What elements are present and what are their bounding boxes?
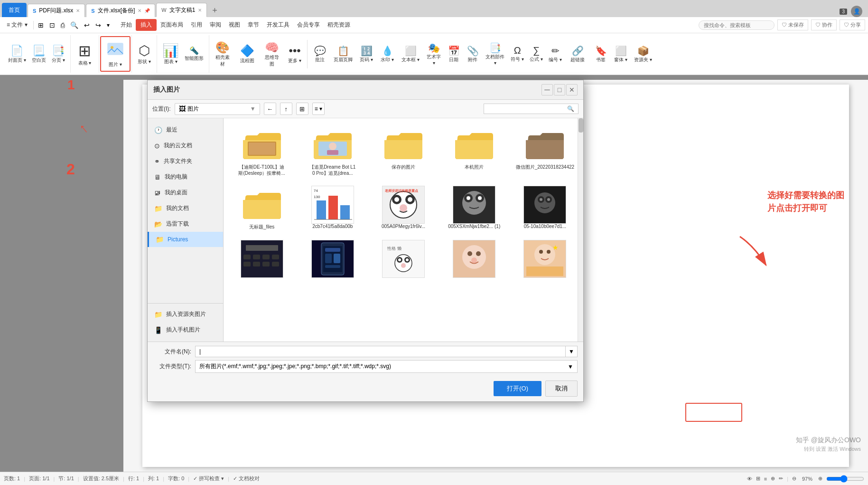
sidebar-item-thunder[interactable]: 📂 迅雷下载: [148, 216, 223, 232]
sidebar-item-pc[interactable]: 🖥 我的电脑: [148, 169, 223, 185]
tab-review[interactable]: 审阅: [206, 19, 225, 31]
ribbon-btn-pagebreak[interactable]: 📑 分页 ▾: [49, 43, 67, 66]
tab-start[interactable]: 开始: [117, 19, 136, 31]
ribbon-btn-window[interactable]: ⬜ 窗体 ▾: [612, 43, 629, 65]
ribbon-btn-mindmap[interactable]: 🧠 思维导图: [261, 39, 283, 69]
tab-layout[interactable]: 页面布局: [157, 19, 187, 31]
sidebar-item-mydoc[interactable]: 📁 我的文档: [148, 200, 223, 216]
tab-doc[interactable]: W 文字文稿1 ✕: [156, 3, 207, 17]
ribbon-btn-more2[interactable]: ••• 更多 ▾: [285, 42, 304, 66]
tab-pdf-close[interactable]: ✕: [76, 8, 80, 13]
ribbon-btn-docpart[interactable]: 📑 文档部件 ▾: [483, 40, 507, 67]
tab-home[interactable]: 首页: [2, 3, 27, 17]
ribbon-btn-bookmark[interactable]: 🔖 书签: [591, 43, 610, 65]
tb-undo[interactable]: ↩: [82, 20, 92, 30]
sidebar-item-recent[interactable]: 🕐 最近: [148, 122, 223, 138]
tb-new[interactable]: ⊞: [36, 20, 46, 30]
file-item-chart[interactable]: 74 130 2cb7c41f5a8da00b: [299, 183, 366, 233]
open-button[interactable]: 打开(O): [494, 381, 541, 396]
search-box[interactable]: 🔍: [484, 104, 579, 114]
file-item-folder6[interactable]: 无标题_files: [228, 183, 295, 233]
dialog-close-btn[interactable]: ✕: [566, 84, 578, 95]
ribbon-btn-table[interactable]: ⊞ 表格 ▾: [75, 40, 95, 68]
file-item-baby1[interactable]: [441, 237, 508, 281]
search-input[interactable]: [699, 20, 775, 30]
ribbon-btn-formula[interactable]: ∑ 公式 ▾: [528, 43, 545, 65]
status-edit-icon[interactable]: ✏: [779, 475, 783, 482]
filename-input[interactable]: [195, 346, 566, 357]
file-item-phone[interactable]: [299, 237, 366, 281]
new-folder-btn[interactable]: ⊞: [296, 103, 308, 115]
status-layout-icon[interactable]: ⊞: [756, 475, 760, 482]
tab-ref[interactable]: 引用: [187, 19, 206, 31]
collab-btn[interactable]: ♡ 协作: [811, 19, 837, 30]
file-item-meme2[interactable]: 005XSXmNjw1fbe2... (1): [441, 183, 508, 233]
ribbon-btn-cover[interactable]: 📄 封面页 ▾: [6, 43, 28, 66]
sidebar-item-resource-folder[interactable]: 📁 插入资源夹图片: [148, 306, 223, 322]
tab-pdf[interactable]: S PDF问题.xlsx ✕: [28, 4, 85, 17]
tb-find[interactable]: 🔍: [68, 20, 81, 30]
ribbon-btn-resources[interactable]: 📦 资源夹 ▾: [631, 43, 655, 65]
tab-view[interactable]: 视图: [225, 19, 244, 31]
file-item-folder1[interactable]: 【迪斯DE-T100L】迪斯(Desleep）按摩椅...: [228, 123, 295, 179]
ribbon-btn-smartart[interactable]: 🔦 智能图形: [182, 44, 206, 64]
file-item-folder2[interactable]: 【追觅Dreame Bot L10 Pro】追觅(drea...: [299, 123, 366, 179]
sidebar-item-pictures[interactable]: 📁 Pictures: [148, 232, 223, 247]
sidebar-item-desktop[interactable]: 🖳 我的桌面: [148, 185, 223, 200]
dialog-maximize-btn[interactable]: □: [554, 84, 565, 95]
tab-file-close[interactable]: ✕: [138, 8, 141, 13]
status-zoom-in[interactable]: ⊕: [818, 475, 822, 482]
ribbon-btn-attach[interactable]: 📎 附件: [464, 43, 481, 65]
sidebar-item-shared[interactable]: ⚭ 共享文件夹: [148, 153, 223, 169]
status-list-icon[interactable]: ≡: [764, 476, 767, 482]
ribbon-btn-footer[interactable]: 📋 页眉页脚: [331, 43, 355, 65]
tb-open[interactable]: ⊡: [47, 20, 57, 30]
file-item-text-panda[interactable]: 性格 懒: [370, 237, 437, 281]
tab-member[interactable]: 会员专享: [293, 19, 324, 31]
tab-dev[interactable]: 开发工具: [263, 19, 293, 31]
unsave-btn[interactable]: ♡ 未保存: [777, 19, 808, 30]
file-item-folder3[interactable]: 保存的图片: [370, 123, 437, 179]
tb-print[interactable]: ⎙: [58, 20, 67, 30]
tab-resource[interactable]: 稻壳资源: [324, 19, 354, 31]
cancel-button[interactable]: 取消: [545, 380, 578, 397]
status-zoom-out[interactable]: ⊖: [792, 475, 796, 482]
user-avatar[interactable]: 👤: [851, 6, 862, 17]
file-item-cinema[interactable]: [228, 237, 295, 281]
dialog-minimize-btn[interactable]: ─: [541, 84, 553, 95]
file-item-baby2[interactable]: ★: [512, 237, 579, 281]
sidebar-item-phone[interactable]: 📱 插入手机图片: [148, 322, 223, 338]
nav-back-btn[interactable]: ←: [264, 103, 276, 115]
tab-chapter[interactable]: 章节: [244, 19, 263, 31]
location-select[interactable]: 🖼 图片 ▼: [175, 103, 260, 115]
tb-more[interactable]: ▾: [104, 20, 112, 30]
ribbon-btn-shape[interactable]: ⬡ 形状 ▾: [135, 41, 154, 67]
status-proofread[interactable]: ✓ 文档校对: [233, 475, 260, 482]
ribbon-btn-chart[interactable]: 📊 图表 ▾: [160, 41, 181, 67]
nav-up-btn[interactable]: ↑: [280, 103, 292, 115]
file-item-meme1[interactable]: 老师没讲过的都是重点 005A0PMegy1fr6lv...: [370, 183, 437, 233]
ribbon-btn-flow[interactable]: 🔷 流程图: [236, 42, 259, 66]
tb-redo[interactable]: ↪: [93, 20, 103, 30]
status-globe-icon[interactable]: ⊕: [771, 475, 775, 482]
file-menu-btn[interactable]: ≡ 文件 ▾: [3, 19, 31, 31]
ribbon-btn-textbox[interactable]: ⬜ 文本框 ▾: [399, 43, 422, 65]
file-item-folder5[interactable]: 微信图片_20220318234422: [512, 123, 579, 179]
tab-insert[interactable]: 插入: [136, 19, 157, 31]
ribbon-btn-edit[interactable]: ✏ 编号 ▾: [547, 43, 564, 65]
ribbon-btn-symbol[interactable]: Ω 符号 ▾: [509, 43, 526, 65]
status-spell[interactable]: ✓ 拼写检查 ▾: [193, 475, 224, 482]
status-eye-icon[interactable]: 👁: [747, 476, 752, 482]
ribbon-btn-hyperlink[interactable]: 🔗 超链接: [566, 43, 589, 65]
tab-file[interactable]: S 文件.xlsx[备份] ✕ 📌: [86, 4, 155, 17]
filetype-select[interactable]: 所有图片(*.emf;*.wmf;*.jpg;*.jpeg;*.jpe;*.pn…: [195, 360, 578, 373]
ribbon-btn-comment[interactable]: 💬 批注: [310, 43, 329, 65]
ribbon-btn-pagenum[interactable]: 🔢 页码 ▾: [357, 43, 376, 65]
file-item-dark[interactable]: 05-10a10b0ee7d1...: [512, 183, 579, 233]
tab-add-button[interactable]: +: [208, 4, 221, 17]
ribbon-btn-blank[interactable]: 📃 空白页: [29, 43, 48, 66]
filename-dropdown[interactable]: ▼: [566, 346, 578, 357]
tab-doc-close[interactable]: ✕: [198, 8, 202, 13]
ribbon-btn-media[interactable]: 🎨 稻壳素材: [211, 39, 234, 69]
status-zoom-slider[interactable]: [826, 476, 864, 482]
